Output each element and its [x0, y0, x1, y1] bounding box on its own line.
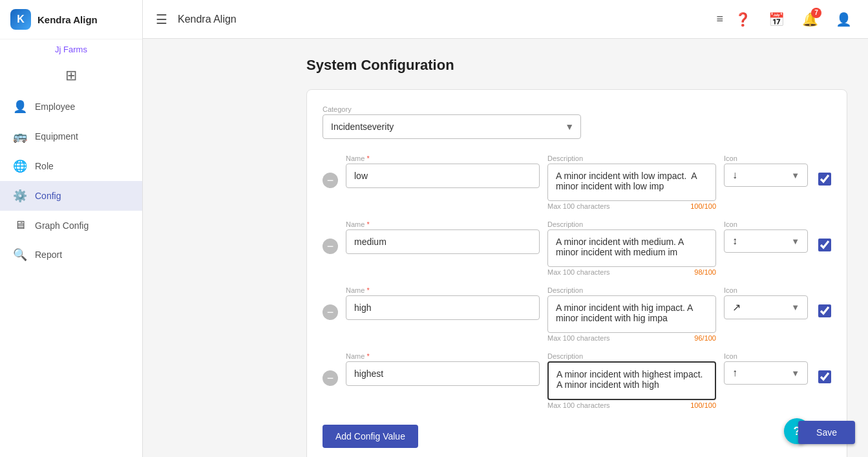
active-checkbox-medium[interactable]: [818, 239, 831, 251]
icon-select-medium[interactable]: ↕▼: [724, 229, 808, 253]
category-select[interactable]: Incidentseverity: [323, 115, 580, 138]
remove-row-button-medium[interactable]: −: [323, 239, 338, 254]
topbar-actions: ❓ 📅 🔔 7 👤: [731, 8, 855, 31]
desc-label-medium: Description: [547, 220, 716, 228]
add-config-button[interactable]: Add Config Value: [323, 425, 418, 448]
profile-icon-button[interactable]: 👤: [832, 8, 855, 31]
icon-dropdown-arrow-high[interactable]: ▼: [791, 303, 799, 312]
desc-label-low: Description: [547, 154, 716, 162]
sidebar-item-config-label: Config: [35, 191, 61, 201]
icon-dropdown-arrow-low[interactable]: ▼: [791, 171, 799, 180]
desc-label-highest: Description: [547, 352, 716, 360]
category-field: Category Incidentseverity ▼: [323, 105, 581, 139]
max-chars-highest: Max 100 characters: [547, 401, 610, 409]
icon-select-high[interactable]: ↗▼: [724, 295, 808, 319]
sidebar-item-report-label: Report: [35, 250, 62, 260]
grid-icon[interactable]: ⊞: [65, 67, 77, 84]
active-checkbox-high[interactable]: [818, 304, 831, 317]
desc-label-high: Description: [547, 286, 716, 294]
sidebar-item-employee[interactable]: 👤 Employee: [0, 92, 142, 122]
config-card: Category Incidentseverity ▼ −Name *Descr…: [306, 89, 847, 457]
name-input-wrapper-highest: [346, 361, 540, 386]
remove-row-button-high[interactable]: −: [323, 304, 338, 320]
desc-field-group-highest: DescriptionMax 100 characters100/100: [547, 352, 716, 409]
desc-input-high[interactable]: [548, 296, 715, 330]
name-field-group-medium: Name *: [346, 220, 540, 254]
name-field-group-low: Name *: [346, 154, 540, 188]
config-icon: ⚙️: [13, 189, 27, 203]
remove-row-button-low[interactable]: −: [323, 173, 338, 188]
sidebar-item-graph-config[interactable]: 🖥 Graph Config: [0, 211, 142, 240]
desc-input-low[interactable]: [548, 164, 715, 198]
sidebar-header: K Kendra Align: [0, 0, 142, 39]
config-row-medium: −Name *DescriptionMax 100 characters98/1…: [323, 220, 831, 276]
name-input-wrapper-high: [346, 295, 540, 320]
max-chars-low: Max 100 characters: [547, 202, 610, 210]
name-input-high[interactable]: [346, 296, 539, 319]
icon-symbol-medium: ↕: [732, 235, 737, 247]
icon-symbol-low: ↓: [732, 169, 737, 181]
config-rows-container: −Name *DescriptionMax 100 characters100/…: [323, 154, 831, 409]
checkbox-wrapper-highest: [818, 370, 831, 386]
icon-label-low: Icon: [724, 154, 808, 162]
menu-icon[interactable]: ☰: [156, 12, 167, 27]
page-title: System Configuration: [306, 57, 847, 74]
org-name: Jj Farms: [55, 39, 87, 62]
desc-input-wrapper-high: [547, 295, 716, 333]
icon-symbol-high: ↗: [732, 301, 741, 314]
active-checkbox-low[interactable]: [818, 173, 831, 186]
checkbox-wrapper-low: [818, 173, 831, 188]
filter-icon[interactable]: ≡: [716, 12, 723, 26]
name-label-medium: Name *: [346, 220, 540, 228]
save-button-container: Save: [798, 421, 855, 444]
desc-input-wrapper-low: [547, 164, 716, 201]
equipment-icon: 🚌: [13, 129, 27, 143]
name-input-wrapper-low: [346, 164, 540, 188]
icon-field-group-low: Icon↓▼: [724, 154, 808, 187]
icon-select-low[interactable]: ↓▼: [724, 164, 808, 187]
icon-dropdown-arrow-highest[interactable]: ▼: [791, 368, 799, 378]
char-count-high: 96/100: [694, 334, 716, 342]
sidebar-item-graph-config-label: Graph Config: [35, 220, 89, 231]
sidebar-item-role[interactable]: 🌐 Role: [0, 151, 142, 181]
desc-input-medium[interactable]: [548, 230, 715, 264]
max-chars-high: Max 100 characters: [547, 334, 610, 342]
name-input-low[interactable]: [346, 164, 539, 187]
sidebar-item-report[interactable]: 🔍 Report: [0, 240, 142, 270]
help-icon-button[interactable]: ❓: [731, 8, 754, 31]
topbar: ☰ Kendra Align ≡ ❓ 📅 🔔 7 👤: [143, 0, 868, 39]
app-logo: K: [10, 9, 31, 30]
main-content: System Configuration Category Incidentse…: [286, 39, 868, 457]
icon-symbol-highest: ↑: [732, 367, 737, 379]
checkbox-wrapper-medium: [818, 239, 831, 254]
sidebar-item-equipment[interactable]: 🚌 Equipment: [0, 122, 142, 151]
desc-input-highest[interactable]: [549, 363, 715, 396]
config-row-highest: −Name *DescriptionMax 100 characters100/…: [323, 352, 831, 409]
icon-dropdown-arrow-medium[interactable]: ▼: [791, 237, 799, 246]
employee-icon: 👤: [13, 100, 27, 114]
desc-field-group-medium: DescriptionMax 100 characters98/100: [547, 220, 716, 276]
desc-field-group-high: DescriptionMax 100 characters96/100: [547, 286, 716, 342]
active-checkbox-highest[interactable]: [818, 370, 831, 383]
icon-select-highest[interactable]: ↑▼: [724, 361, 808, 385]
category-select-wrapper[interactable]: Incidentseverity ▼: [323, 114, 581, 139]
notifications-badge: 7: [811, 8, 821, 18]
save-button[interactable]: Save: [798, 421, 855, 444]
char-count-medium: 98/100: [694, 268, 716, 276]
grid-nav-button[interactable]: ⊞: [65, 62, 77, 92]
name-input-medium[interactable]: [346, 230, 539, 253]
icon-label-medium: Icon: [724, 220, 808, 228]
name-label-highest: Name *: [346, 352, 540, 360]
notifications-button[interactable]: 🔔 7: [798, 8, 821, 31]
name-label-high: Name *: [346, 286, 540, 294]
sidebar-item-role-label: Role: [35, 161, 54, 171]
sidebar-item-config[interactable]: ⚙️ Config: [0, 181, 142, 211]
name-label-low: Name *: [346, 154, 540, 162]
char-count-low: 100/100: [690, 202, 716, 210]
calendar-icon-button[interactable]: 📅: [765, 8, 788, 31]
name-input-highest[interactable]: [346, 362, 539, 385]
icon-field-group-high: Icon↗▼: [724, 286, 808, 319]
remove-row-button-highest[interactable]: −: [323, 370, 338, 386]
config-row-high: −Name *DescriptionMax 100 characters96/1…: [323, 286, 831, 342]
desc-input-wrapper-medium: [547, 229, 716, 267]
